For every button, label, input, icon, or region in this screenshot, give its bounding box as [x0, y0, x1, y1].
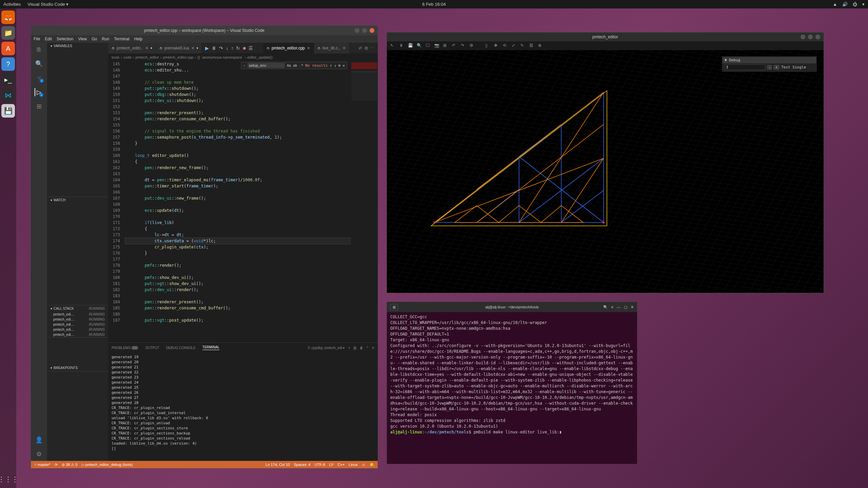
terminal-dock-icon[interactable]: ▸_ [1, 73, 15, 86]
menu-file[interactable]: File [34, 37, 40, 41]
menu-terminal[interactable]: Terminal [114, 37, 129, 41]
cursor-position[interactable]: Ln 174, Col 10 [265, 463, 290, 467]
thread-item[interactable]: pmtech_edi…RUNNING [47, 332, 108, 337]
tool-link-icon[interactable]: ⛓ [529, 43, 535, 48]
callstack-header[interactable]: ▾ CALL STACK RUNNING [47, 305, 108, 312]
minimap[interactable] [351, 61, 378, 342]
tool-display-icon[interactable]: 🖵 [426, 43, 431, 48]
vscode-dock-icon[interactable]: ⋈ [1, 88, 15, 102]
debug-plus-button[interactable]: + [774, 65, 779, 69]
user-menu-icon[interactable]: ▾ [862, 2, 865, 7]
term-maximize[interactable]: ▢ [624, 305, 627, 309]
panel-tab-terminal[interactable]: TERMINAL [202, 345, 220, 350]
tab[interactable]: ⬘ pmtech_editc.. ✕ [108, 43, 156, 54]
sync-icon[interactable]: ⟳ [55, 463, 58, 467]
tool-select-icon[interactable]: ▯ [485, 43, 491, 48]
tool-target-icon[interactable]: ⊕ [538, 43, 544, 48]
continue-button[interactable]: ▶ [205, 45, 209, 51]
tab[interactable]: ⬘ premake5.lua ✕ [156, 43, 202, 54]
new-tab-icon[interactable]: ⊞ [390, 304, 398, 310]
minimize-button[interactable] [355, 28, 359, 33]
menu-edit[interactable]: Edit [45, 37, 52, 41]
find-input[interactable] [248, 63, 285, 68]
pause-button[interactable]: ⏸ [212, 45, 216, 51]
thread-item[interactable]: pmtech_edi…RUNNING [47, 317, 108, 322]
pmtech-titlebar[interactable]: pmtech_editor [387, 33, 824, 41]
panel-tab-problems[interactable]: PROBLEMS 58 [112, 346, 138, 350]
find-selection-icon[interactable]: ≡ [338, 63, 341, 68]
account-icon[interactable]: 👤 [35, 436, 43, 444]
app-menu[interactable]: Visual Studio Code ▾ [27, 2, 68, 7]
help-icon[interactable]: ? [1, 57, 15, 71]
viewport[interactable]: ▼ Debug - + Test Single [387, 50, 824, 293]
terminal-select[interactable]: 3: cppdbg: pmtech_edi ▾ [308, 346, 344, 350]
explorer-icon[interactable]: 🗎 [35, 45, 43, 54]
tool-grid-icon[interactable]: ⊞ [443, 43, 449, 48]
split-editor-icon[interactable]: ▥ [364, 46, 368, 50]
kill-terminal-icon[interactable]: 🗑 [360, 346, 363, 350]
split-terminal-icon[interactable]: ▥ [353, 346, 356, 350]
find-expand-icon[interactable]: › [243, 63, 246, 68]
notifications-icon[interactable]: 🔔 [370, 463, 374, 467]
software-icon[interactable]: A [1, 42, 15, 55]
language-status[interactable]: C++ [338, 463, 345, 467]
restart-button[interactable]: ↻ [236, 45, 240, 51]
debug-icon[interactable]: ▷1 [35, 88, 43, 96]
clock[interactable]: 6 Feb 16:04 [422, 2, 446, 7]
tool-redo-icon[interactable]: ↷ [461, 43, 466, 48]
scm-icon[interactable]: ⑂1 [35, 74, 43, 82]
maximize-panel-icon[interactable]: ^ [367, 346, 368, 350]
encoding-status[interactable]: UTF-8 [315, 463, 325, 467]
terminal-titlebar[interactable]: ⊞ alj@alj-linux: ~/dev/pmtech/tools 🔍 ≡ … [387, 302, 637, 312]
term-search-icon[interactable]: 🔍 [603, 305, 608, 309]
tool-scale-icon[interactable]: ⤢ [512, 43, 517, 48]
debug-value-input[interactable] [725, 64, 765, 70]
find-next-icon[interactable]: ↓ [334, 63, 336, 68]
step-over-button[interactable]: ↷ [219, 45, 223, 51]
debug-panel-header[interactable]: ▼ Debug [723, 57, 816, 63]
watch-header[interactable]: ▾ WATCH [47, 197, 108, 203]
term-minimize[interactable]: — [617, 305, 620, 309]
pmtech-maximize[interactable] [808, 35, 813, 39]
problems-status[interactable]: ⊘ 38 ⚠ 0 [62, 463, 78, 467]
tool-save-icon[interactable]: 💾 [408, 43, 413, 48]
settings-gear-icon[interactable]: ⚙ [35, 450, 43, 458]
terminal-output[interactable]: generated 19 generated 20 generated 21 g… [108, 353, 378, 461]
breakpoints-header[interactable]: ▾ BREAKPOINTS [47, 365, 108, 371]
thread-item[interactable]: pmtech_edi…RUNNING [47, 322, 108, 327]
tool-cursor-icon[interactable]: ↖ [390, 43, 396, 48]
code-editor[interactable]: › Aaab.* No results ↑ ↓ ≡ ✕ 145 146 147 … [108, 61, 378, 342]
debug-console-icon[interactable]: ☰ [249, 45, 253, 51]
thread-item[interactable]: pmtech_edi…RUNNING [47, 327, 108, 332]
indent-status[interactable]: Spaces: 4 [294, 463, 311, 467]
os-status[interactable]: Linux [349, 463, 357, 467]
tool-undo-icon[interactable]: ↶ [452, 43, 457, 48]
find-close-icon[interactable]: ✕ [342, 63, 345, 68]
step-out-button[interactable]: ↑ [231, 45, 233, 51]
stop-button[interactable]: ■ [243, 45, 245, 51]
eol-status[interactable]: LF [329, 463, 334, 467]
step-into-button[interactable]: ↓ [226, 45, 228, 51]
find-prev-icon[interactable]: ↑ [330, 63, 332, 68]
tool-rotate-icon[interactable]: ⟲ [503, 43, 508, 48]
network-icon[interactable]: ▲ [833, 2, 837, 7]
power-icon[interactable]: ⏻ [853, 2, 857, 7]
thread-item[interactable]: pmtech_edi…RUNNING [47, 312, 108, 317]
compare-changes-icon[interactable]: ⇄ [359, 46, 362, 50]
tool-pause-icon[interactable]: ⏸ [399, 43, 405, 48]
terminal-content[interactable]: COLLECT_GCC=gcc COLLECT_LTO_WRAPPER=/usr… [387, 312, 637, 464]
debug-minus-button[interactable]: - [767, 65, 772, 69]
pmtech-close[interactable] [815, 35, 820, 39]
disk-icon[interactable]: 💾 [1, 104, 15, 118]
menu-run[interactable]: Run [102, 37, 109, 41]
volume-icon[interactable]: 🔊 [842, 2, 848, 7]
close-panel-icon[interactable]: ✕ [372, 346, 374, 350]
tool-camera-icon[interactable]: 📷 [434, 43, 440, 48]
extensions-icon[interactable]: ⊞ [35, 102, 43, 110]
branch-status[interactable]: ⑂ master* [34, 463, 51, 467]
tool-edit-icon[interactable]: ✎ [520, 43, 526, 48]
close-button[interactable] [370, 28, 374, 33]
term-menu-icon[interactable]: ≡ [611, 305, 613, 309]
menu-go[interactable]: Go [92, 37, 97, 41]
panel-tab-output[interactable]: OUTPUT [145, 346, 159, 350]
